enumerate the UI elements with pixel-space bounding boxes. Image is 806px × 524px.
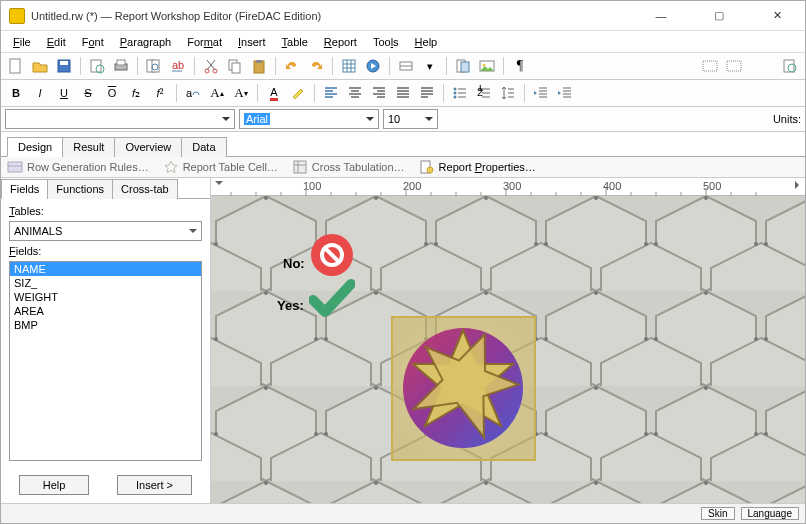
menu-table[interactable]: Table: [276, 34, 314, 50]
left-panel: Fields Functions Cross-tab Tables: ANIMA…: [1, 178, 211, 503]
grid-icon-1[interactable]: [699, 55, 721, 77]
numbering-icon[interactable]: 12: [473, 82, 495, 104]
menu-file[interactable]: File: [7, 34, 37, 50]
menu-format[interactable]: Format: [181, 34, 228, 50]
paragraph-marks-icon[interactable]: ¶: [509, 55, 531, 77]
crosstab-button[interactable]: Cross Tabulation…: [292, 159, 405, 175]
tab-data[interactable]: Data: [181, 137, 226, 157]
italic-icon[interactable]: I: [29, 82, 51, 104]
insert-button[interactable]: Insert >: [117, 475, 192, 495]
svg-rect-16: [256, 60, 262, 63]
print-preview-icon[interactable]: [86, 55, 108, 77]
tab-design[interactable]: Design: [7, 137, 63, 157]
menu-report[interactable]: Report: [318, 34, 363, 50]
units-label: Units:: [773, 113, 801, 125]
body: Fields Functions Cross-tab Tables: ANIMA…: [1, 178, 805, 503]
menu-tools[interactable]: Tools: [367, 34, 405, 50]
align-justify-icon[interactable]: [392, 82, 414, 104]
canvas[interactable]: No: Yes:: [211, 196, 805, 503]
bold-icon[interactable]: B: [5, 82, 27, 104]
window-buttons: — ▢ ✕: [641, 4, 797, 28]
list-item[interactable]: NAME: [10, 262, 201, 276]
copy-icon[interactable]: [224, 55, 246, 77]
menu-edit[interactable]: Edit: [41, 34, 72, 50]
tables-select[interactable]: ANIMALS: [9, 221, 202, 241]
save-icon[interactable]: [53, 55, 75, 77]
list-item[interactable]: WEIGHT: [10, 290, 201, 304]
yes-label: Yes:: [277, 298, 304, 313]
list-item[interactable]: SIZ_: [10, 276, 201, 290]
tab-overview[interactable]: Overview: [114, 137, 182, 157]
ltab-functions[interactable]: Functions: [47, 179, 113, 199]
subscript-icon[interactable]: f₂: [125, 82, 147, 104]
svg-point-29: [454, 88, 457, 91]
dropdown-icon[interactable]: ▾: [419, 55, 441, 77]
maximize-button[interactable]: ▢: [699, 4, 739, 28]
replace-icon[interactable]: ab: [167, 55, 189, 77]
fields-list[interactable]: NAME SIZ_ WEIGHT AREA BMP: [9, 261, 202, 461]
print-icon[interactable]: [110, 55, 132, 77]
close-button[interactable]: ✕: [757, 4, 797, 28]
row-generation-button[interactable]: Row Generation Rules…: [7, 159, 149, 175]
ltab-fields[interactable]: Fields: [1, 179, 48, 199]
editor-area: 100 200 300 400 500: [211, 178, 805, 503]
tab-result[interactable]: Result: [62, 137, 115, 157]
find-icon[interactable]: [143, 55, 165, 77]
insert-object-icon[interactable]: [362, 55, 384, 77]
redo-icon[interactable]: [305, 55, 327, 77]
insert-image-icon[interactable]: [476, 55, 498, 77]
paste-icon[interactable]: [248, 55, 270, 77]
overline-icon[interactable]: O: [101, 82, 123, 104]
language-button[interactable]: Language: [741, 507, 800, 520]
list-item[interactable]: BMP: [10, 318, 201, 332]
skin-button[interactable]: Skin: [701, 507, 734, 520]
outdent-icon[interactable]: [530, 82, 552, 104]
align-left-icon[interactable]: [320, 82, 342, 104]
ruler[interactable]: 100 200 300 400 500: [211, 178, 805, 196]
zoom-icon[interactable]: [779, 55, 801, 77]
list-item[interactable]: AREA: [10, 304, 201, 318]
align-right-icon[interactable]: [368, 82, 390, 104]
menu-paragraph[interactable]: Paragraph: [114, 34, 177, 50]
insert-report-icon[interactable]: [452, 55, 474, 77]
align-distribute-icon[interactable]: [416, 82, 438, 104]
font-color-icon[interactable]: A: [263, 82, 285, 104]
inserted-image[interactable]: [391, 316, 536, 461]
shrink-font-icon[interactable]: A▾: [230, 82, 252, 104]
cut-icon[interactable]: [200, 55, 222, 77]
line-spacing-icon[interactable]: [497, 82, 519, 104]
help-button[interactable]: Help: [19, 475, 89, 495]
insert-field-icon[interactable]: [395, 55, 417, 77]
report-toolbar: Row Generation Rules… Report Table Cell……: [1, 157, 805, 178]
underline-icon[interactable]: U: [53, 82, 75, 104]
svg-point-37: [427, 167, 433, 173]
svg-line-69: [325, 248, 339, 262]
menu-insert[interactable]: Insert: [232, 34, 272, 50]
svg-rect-14: [232, 63, 240, 73]
bullets-icon[interactable]: [449, 82, 471, 104]
font-combo[interactable]: Arial: [239, 109, 379, 129]
menu-font[interactable]: Font: [76, 34, 110, 50]
superscript-icon[interactable]: f²: [149, 82, 171, 104]
size-combo[interactable]: 10: [383, 109, 438, 129]
style-combo[interactable]: [5, 109, 235, 129]
report-properties-button[interactable]: Report Properties…: [419, 159, 536, 175]
props-icon: [419, 159, 435, 175]
insert-table-icon[interactable]: [338, 55, 360, 77]
indent-icon[interactable]: [554, 82, 576, 104]
minimize-button[interactable]: —: [641, 4, 681, 28]
grow-font-icon[interactable]: A▴: [206, 82, 228, 104]
ltab-crosstab[interactable]: Cross-tab: [112, 179, 178, 199]
case-toggle-icon[interactable]: a: [182, 82, 204, 104]
table-cell-button[interactable]: Report Table Cell…: [163, 159, 278, 175]
menu-help[interactable]: Help: [409, 34, 444, 50]
status-bar: Skin Language: [1, 503, 805, 523]
grid-icon-2[interactable]: [723, 55, 745, 77]
highlight-icon[interactable]: [287, 82, 309, 104]
align-center-icon[interactable]: [344, 82, 366, 104]
open-icon[interactable]: [29, 55, 51, 77]
svg-rect-0: [10, 59, 20, 73]
new-icon[interactable]: [5, 55, 27, 77]
strike-icon[interactable]: S: [77, 82, 99, 104]
undo-icon[interactable]: [281, 55, 303, 77]
